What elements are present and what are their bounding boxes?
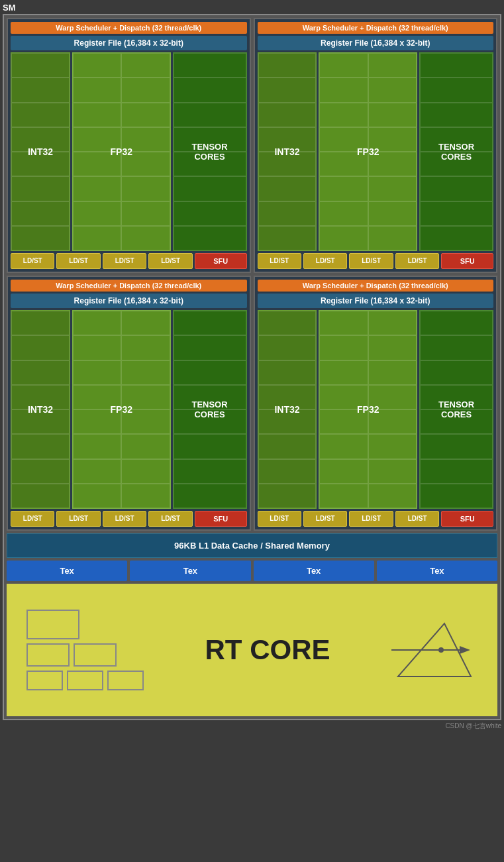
ldst-1d: LD/ST — [148, 253, 192, 269]
warp-scheduler-3: Warp Scheduler + Dispatch (32 thread/clk… — [11, 280, 247, 292]
ldst-4d: LD/ST — [395, 511, 439, 527]
l1-cache: 96KB L1 Data Cache / Shared Memory — [7, 533, 497, 558]
ldst-2d: LD/ST — [395, 253, 439, 269]
tex-unit-3: Tex — [254, 561, 374, 581]
ldst-3d: LD/ST — [148, 511, 192, 527]
tensor-unit-3: TENSORCORES — [173, 310, 247, 509]
bottom-row-4: LD/ST LD/ST LD/ST LD/ST SFU — [258, 511, 494, 527]
quadrant-4: Warp Scheduler + Dispatch (32 thread/clk… — [254, 276, 498, 531]
fp32-unit-2: FP32 — [319, 52, 417, 251]
register-file-2: Register File (16,384 x 32-bit) — [258, 36, 494, 50]
warp-scheduler-4: Warp Scheduler + Dispatch (32 thread/clk… — [258, 280, 494, 292]
ldst-1a: LD/ST — [11, 253, 54, 269]
int32-unit-3: INT32 — [11, 310, 70, 509]
int32-unit-4: INT32 — [258, 310, 317, 509]
rt-core-section: RT CORE — [7, 584, 497, 716]
four-quadrants: Warp Scheduler + Dispatch (32 thread/clk… — [7, 18, 497, 531]
ldst-3b: LD/ST — [56, 511, 100, 527]
register-file-1: Register File (16,384 x 32-bit) — [11, 36, 247, 50]
rt-box-bot-1 — [26, 671, 63, 690]
sfu-3: SFU — [195, 511, 247, 527]
sfu-2: SFU — [441, 253, 493, 269]
fp32-unit-4: FP32 — [319, 310, 417, 509]
quadrant-3: Warp Scheduler + Dispatch (32 thread/clk… — [7, 276, 251, 531]
ldst-3a: LD/ST — [11, 511, 54, 527]
compute-units-3: INT32 FP32 — [11, 310, 247, 509]
outer-container: Warp Scheduler + Dispatch (32 thread/clk… — [3, 14, 501, 720]
rt-box-mid-left — [26, 643, 70, 667]
bottom-row-2: LD/ST LD/ST LD/ST LD/ST SFU — [258, 253, 494, 269]
rt-box-bot-2 — [67, 671, 103, 690]
rt-box-bot-3 — [107, 671, 144, 690]
tex-unit-4: Tex — [377, 561, 497, 581]
ldst-4c: LD/ST — [349, 511, 393, 527]
tensor-unit-4: TENSORCORES — [419, 310, 493, 509]
int32-unit-2: INT32 — [258, 52, 317, 251]
rt-left-diagram — [26, 610, 144, 690]
quadrant-1: Warp Scheduler + Dispatch (32 thread/clk… — [7, 18, 251, 273]
tensor-unit-2: TENSORCORES — [419, 52, 493, 251]
ldst-4a: LD/ST — [258, 511, 301, 527]
tex-unit-1: Tex — [7, 561, 127, 581]
ldst-4b: LD/ST — [303, 511, 347, 527]
sfu-1: SFU — [195, 253, 247, 269]
warp-scheduler-1: Warp Scheduler + Dispatch (32 thread/clk… — [11, 22, 247, 34]
warp-scheduler-2: Warp Scheduler + Dispatch (32 thread/clk… — [258, 22, 494, 34]
ldst-3c: LD/ST — [103, 511, 146, 527]
svg-point-2 — [438, 647, 444, 653]
rt-box-mid-right — [74, 643, 117, 667]
ldst-2c: LD/ST — [349, 253, 393, 269]
compute-units-4: INT32 FP32 — [258, 310, 494, 509]
fp32-unit-3: FP32 — [72, 310, 171, 509]
compute-units-1: INT32 FP32 — [11, 52, 247, 251]
ldst-2a: LD/ST — [258, 253, 301, 269]
rt-diagram: RT CORE — [7, 584, 497, 716]
sm-label: SM — [3, 3, 501, 13]
int32-unit-1: INT32 — [11, 52, 70, 251]
fp32-unit-1: FP32 — [72, 52, 171, 251]
bottom-row-1: LD/ST LD/ST LD/ST LD/ST SFU — [11, 253, 247, 269]
tex-row: Tex Tex Tex Tex — [7, 561, 497, 581]
rt-triangle-svg — [391, 617, 478, 683]
rt-core-label: RT CORE — [205, 634, 330, 666]
ldst-1b: LD/ST — [56, 253, 100, 269]
rt-box-top — [26, 610, 79, 639]
ldst-1c: LD/ST — [103, 253, 146, 269]
tex-unit-2: Tex — [130, 561, 250, 581]
register-file-3: Register File (16,384 x 32-bit) — [11, 294, 247, 308]
compute-units-2: INT32 FP32 — [258, 52, 494, 251]
quadrant-2: Warp Scheduler + Dispatch (32 thread/clk… — [254, 18, 498, 273]
tensor-unit-1: TENSORCORES — [173, 52, 247, 251]
bottom-row-3: LD/ST LD/ST LD/ST LD/ST SFU — [11, 511, 247, 527]
register-file-4: Register File (16,384 x 32-bit) — [258, 294, 494, 308]
watermark: CSDN @七言white — [3, 722, 501, 731]
ldst-2b: LD/ST — [303, 253, 347, 269]
sfu-4: SFU — [441, 511, 493, 527]
